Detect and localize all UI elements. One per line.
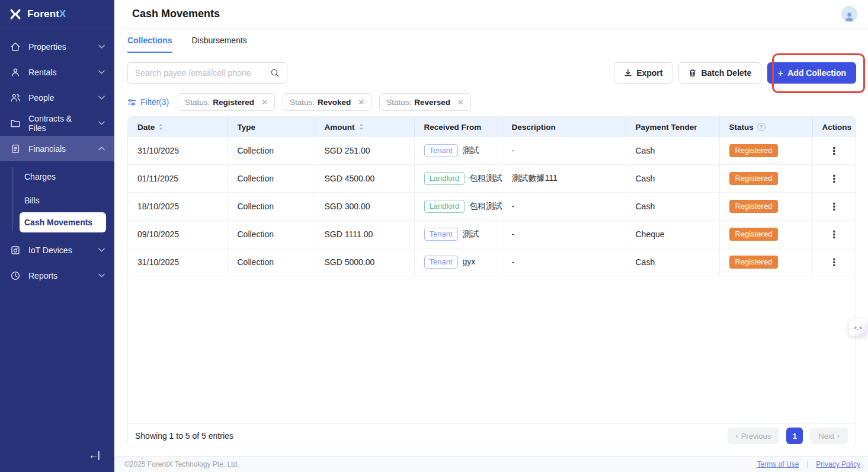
main-area: Cash Movements Collections Disbursements… [114,0,868,472]
filter-chip-revoked: Status: Revoked ✕ [283,93,371,111]
feedback-widget-button[interactable]: >_< [849,318,867,336]
filter-chip-registered: Status: Registered ✕ [178,93,275,111]
sort-icon[interactable] [358,123,364,130]
cell-description: - [502,248,626,276]
party-name: 包租測試 [469,173,502,183]
tab-disbursements[interactable]: Disbursements [191,28,246,53]
tab-collections[interactable]: Collections [127,28,172,53]
sidebar-footer: ←| [0,439,114,472]
page-title: Cash Movements [132,8,841,20]
cell-received-from: Tenantgyx [414,248,502,276]
chip-prefix: Status: [386,98,411,107]
party-badge: Tenant [424,256,458,269]
sidebar-item-rentals[interactable]: Rentals [0,59,114,85]
column-header-date[interactable]: Date [128,117,228,137]
close-icon[interactable]: ✕ [261,98,268,107]
export-button[interactable]: Export [614,62,672,84]
sort-icon[interactable] [158,123,164,130]
add-collection-button[interactable]: + Add Collection [767,62,856,84]
search-icon[interactable] [270,68,280,78]
sidebar-subitem-label: Bills [24,196,40,205]
cell-received-from: Tenant測試 [414,221,502,248]
footer-divider [807,461,808,468]
chevron-down-icon [98,95,105,100]
party-name: 測試 [463,229,479,238]
trash-icon [688,69,697,77]
kebab-menu-icon[interactable]: ⋮ [829,229,839,240]
status-badge: Registered [729,228,779,241]
cell-payment-tender: Cash [626,248,719,276]
terms-of-use-link[interactable]: Terms of Use [757,460,799,468]
close-icon[interactable]: ✕ [457,98,464,107]
sidebar-item-financials[interactable]: Financials [0,136,114,161]
previous-page-button[interactable]: ‹ Previous [728,428,780,444]
sidebar-item-people[interactable]: People [0,85,114,110]
app-window: ForentX Properties Rentals People Contra… [0,0,868,472]
column-label: Payment Tender [636,123,697,132]
forentx-logo-icon [9,8,22,21]
kebab-menu-icon[interactable]: ⋮ [829,201,839,212]
cell-type: Collection [228,137,315,165]
people-icon [10,93,21,103]
column-label: Type [238,123,256,132]
collapse-sidebar-icon[interactable]: ←| [89,449,99,461]
table-header-row: Date Type Amount Received From Descripti… [128,117,856,137]
cell-actions: ⋮ [812,221,856,248]
chip-value: Revoked [318,98,351,107]
page-footer: ©2025 ForentX Technology Pte. Ltd. Terms… [114,456,868,472]
cell-date: 31/10/2025 [128,248,228,276]
sidebar-item-contracts-files[interactable]: Contracts & Files [0,110,114,136]
cell-date: 18/10/2025 [128,193,228,221]
sidebar-item-reports[interactable]: Reports [0,263,114,288]
chip-value: Registered [213,98,254,107]
status-badge: Registered [729,144,779,157]
chevron-left-icon: ‹ [736,432,738,440]
sidebar-subitem-label: Charges [24,172,56,181]
cell-payment-tender: Cash [626,165,719,193]
filter-button[interactable]: Filter(3) [127,97,169,107]
table-row: 31/10/2025 Collection SGD 5000.00 Tenant… [128,248,856,276]
pagination-bar: Showing 1 to 5 of 5 entries ‹ Previous 1… [128,423,856,448]
column-header-received-from: Received From [414,117,502,137]
batch-delete-button[interactable]: Batch Delete [678,62,761,84]
brand-name: ForentX [27,8,66,20]
clock-icon [10,270,21,281]
column-label: Status [729,123,754,132]
avatar-person-icon [844,11,855,22]
sidebar-item-label: Properties [28,42,91,52]
sidebar-item-iot-devices[interactable]: IoT Devices [0,237,114,263]
cell-amount: SGD 5000.00 [315,248,414,276]
kebab-menu-icon[interactable]: ⋮ [829,257,839,268]
next-page-button[interactable]: Next › [810,428,848,444]
privacy-policy-link[interactable]: Privacy Policy [816,460,860,468]
kebab-menu-icon[interactable]: ⋮ [829,145,839,157]
cell-type: Collection [228,193,315,221]
cell-amount: SGD 251.00 [315,137,414,165]
cell-status: Registered [719,165,812,193]
search-input[interactable] [135,68,265,78]
kebab-menu-icon[interactable]: ⋮ [829,173,839,184]
sidebar-item-bills[interactable]: Bills [0,189,114,212]
sidebar-item-properties[interactable]: Properties [0,34,114,59]
home-icon [10,42,21,52]
cell-payment-tender: Cash [626,193,719,221]
table-empty-space [128,276,856,423]
close-icon[interactable]: ✕ [358,98,364,107]
cell-status: Registered [719,193,812,221]
cell-amount: SGD 1111.00 [315,221,414,248]
user-avatar[interactable] [841,6,857,22]
page-number-button[interactable]: 1 [786,428,803,444]
search-box [127,62,287,84]
table-row: 18/10/2025 Collection SGD 300.00 Landlor… [128,193,856,221]
column-header-actions: Actions [812,117,856,137]
help-circle-icon[interactable]: ? [757,123,765,131]
top-bar: Cash Movements [114,0,868,28]
party-badge: Landlord [424,172,465,185]
sidebar-item-cash-movements[interactable]: Cash Movements [20,212,106,232]
cell-status: Registered [719,248,812,276]
add-collection-label: Add Collection [787,68,846,78]
column-header-amount[interactable]: Amount [315,117,414,137]
chevron-down-icon [98,70,105,74]
plus-icon: + [777,68,783,78]
sidebar-item-charges[interactable]: Charges [0,165,114,189]
